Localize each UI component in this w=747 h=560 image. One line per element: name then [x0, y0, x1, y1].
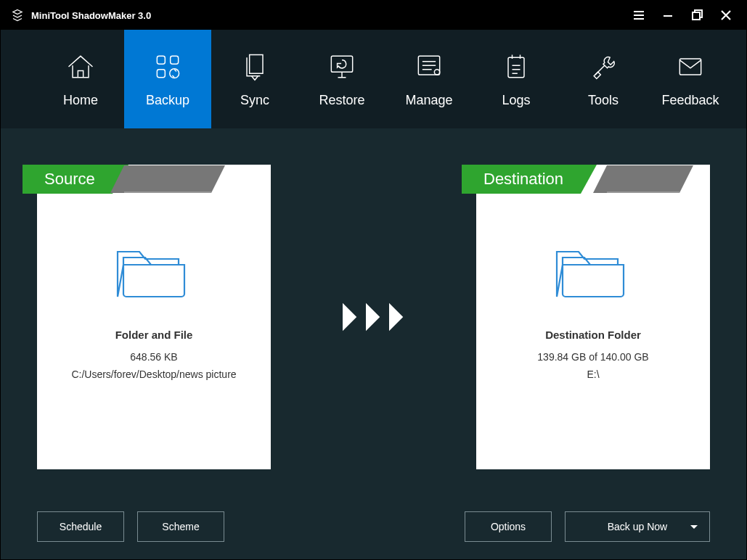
nav-restore[interactable]: Restore — [298, 30, 385, 128]
titlebar: MiniTool ShadowMaker 3.0 — [1, 1, 746, 30]
scheme-button[interactable]: Scheme — [137, 511, 224, 542]
menu-icon[interactable] — [624, 1, 653, 30]
nav-backup[interactable]: Backup — [124, 30, 211, 128]
nav-label: Manage — [405, 93, 452, 108]
app-title: MiniTool ShadowMaker 3.0 — [31, 10, 624, 21]
tools-icon — [587, 51, 619, 83]
nav-label: Home — [63, 93, 98, 108]
svg-rect-8 — [508, 57, 524, 78]
main-nav: Home Backup Sync Restore Manage Logs — [1, 30, 746, 128]
logs-icon — [500, 51, 532, 83]
inactive-tab — [124, 165, 211, 193]
arrow-icon — [340, 301, 407, 333]
svg-rect-5 — [331, 56, 352, 72]
svg-rect-3 — [157, 69, 165, 77]
folder-icon — [110, 237, 197, 304]
content-area: Source Folder and File 648.56 KB C:/User… — [1, 128, 746, 559]
backup-now-label: Back up Now — [608, 521, 667, 532]
app-logo-icon — [11, 9, 24, 22]
nav-label: Restore — [319, 93, 364, 108]
schedule-button[interactable]: Schedule — [37, 511, 124, 542]
source-title: Folder and File — [115, 329, 193, 341]
destination-path: E:\ — [587, 368, 599, 380]
manage-icon — [413, 51, 445, 83]
source-size: 648.56 KB — [130, 351, 177, 363]
nav-label: Feedback — [661, 93, 719, 108]
svg-rect-2 — [171, 56, 179, 64]
backup-now-button[interactable]: Back up Now — [565, 511, 710, 542]
restore-icon — [326, 51, 358, 83]
nav-label: Logs — [502, 93, 530, 108]
source-tab-label: Source — [23, 165, 113, 194]
minimize-button[interactable] — [653, 1, 682, 30]
maximize-button[interactable] — [682, 1, 711, 30]
source-path: C:/Users/forev/Desktop/news picture — [71, 368, 236, 380]
nav-sync[interactable]: Sync — [211, 30, 298, 128]
app-window: MiniTool ShadowMaker 3.0 Home — [0, 0, 747, 560]
nav-label: Tools — [588, 93, 619, 108]
svg-rect-9 — [679, 59, 701, 75]
chevron-down-icon — [690, 525, 698, 529]
options-button[interactable]: Options — [465, 511, 552, 542]
destination-title: Destination Folder — [545, 329, 641, 341]
svg-rect-0 — [693, 12, 700, 20]
nav-manage[interactable]: Manage — [385, 30, 473, 128]
nav-label: Sync — [240, 93, 269, 108]
destination-size: 139.84 GB of 140.00 GB — [537, 351, 648, 363]
nav-label: Backup — [146, 93, 189, 108]
destination-panel[interactable]: Destination Destination Folder 139.84 GB… — [476, 165, 710, 469]
footer-buttons: Schedule Scheme Options Back up Now — [37, 479, 710, 542]
backup-icon — [152, 51, 184, 83]
nav-feedback[interactable]: Feedback — [647, 30, 734, 128]
sync-icon — [239, 51, 271, 83]
svg-rect-1 — [157, 56, 165, 64]
folder-icon — [550, 237, 637, 304]
home-icon — [65, 51, 97, 83]
nav-home[interactable]: Home — [37, 30, 124, 128]
feedback-icon — [674, 51, 706, 83]
svg-point-7 — [434, 69, 439, 74]
nav-tools[interactable]: Tools — [560, 30, 647, 128]
nav-logs[interactable]: Logs — [473, 30, 560, 128]
close-button[interactable] — [711, 1, 740, 30]
source-panel[interactable]: Source Folder and File 648.56 KB C:/User… — [37, 165, 271, 469]
inactive-tab — [607, 165, 679, 193]
destination-tab-label: Destination — [462, 165, 581, 194]
